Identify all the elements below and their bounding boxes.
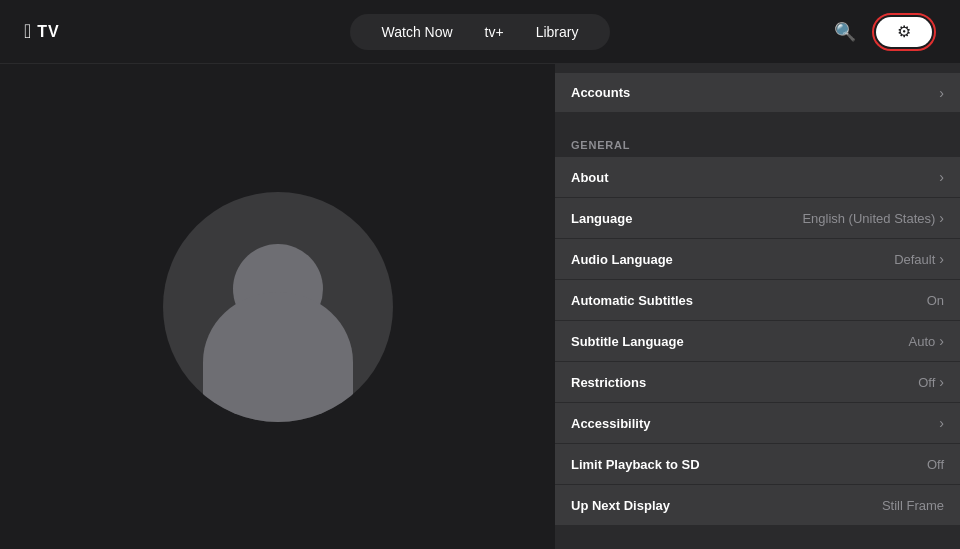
settings-button[interactable]: ⚙	[876, 17, 932, 47]
about-right: ›	[939, 169, 944, 185]
up-next-display-right: Still Frame	[882, 498, 944, 513]
restrictions-right: Off ›	[918, 374, 944, 390]
limit-playback-value: Off	[927, 457, 944, 472]
accounts-chevron-icon: ›	[939, 85, 944, 101]
subtitle-language-right: Auto ›	[909, 333, 944, 349]
settings-item-accessibility[interactable]: Accessibility ›	[555, 403, 960, 444]
language-label: Language	[571, 211, 632, 226]
limit-playback-right: Off	[927, 457, 944, 472]
settings-item-subtitle-language[interactable]: Subtitle Language Auto ›	[555, 321, 960, 362]
settings-panel: Accounts › GENERAL About › Language Engl…	[555, 64, 960, 549]
accounts-right: ›	[939, 85, 944, 101]
subtitle-language-value: Auto	[909, 334, 936, 349]
audio-language-right: Default ›	[894, 251, 944, 267]
restrictions-chevron-icon: ›	[939, 374, 944, 390]
automatic-subtitles-right: On	[927, 293, 944, 308]
search-button[interactable]: 🔍	[830, 17, 860, 47]
avatar-body	[203, 292, 353, 422]
limit-playback-label: Limit Playback to SD	[571, 457, 700, 472]
navbar:  TV Watch Now⁠tv+Library 🔍 ⚙	[0, 0, 960, 64]
settings-item-limit-playback[interactable]: Limit Playback to SD Off	[555, 444, 960, 485]
settings-item-language[interactable]: Language English (United States) ›	[555, 198, 960, 239]
about-chevron-icon: ›	[939, 169, 944, 185]
avatar	[163, 192, 393, 422]
nav-links-container: Watch Now⁠tv+Library	[350, 14, 611, 50]
main-content: Accounts › GENERAL About › Language Engl…	[0, 64, 960, 549]
up-next-display-value: Still Frame	[882, 498, 944, 513]
apple-logo-icon: 	[24, 20, 31, 43]
nav-watch-now[interactable]: Watch Now	[366, 20, 469, 44]
settings-item-about[interactable]: About ›	[555, 157, 960, 198]
nav-library[interactable]: Library	[520, 20, 595, 44]
accessibility-chevron-icon: ›	[939, 415, 944, 431]
subtitle-language-chevron-icon: ›	[939, 333, 944, 349]
accounts-label: Accounts	[571, 85, 630, 100]
accessibility-right: ›	[939, 415, 944, 431]
left-panel	[0, 64, 555, 549]
audio-language-chevron-icon: ›	[939, 251, 944, 267]
section-gap-1	[555, 121, 960, 129]
language-right: English (United States) ›	[802, 210, 944, 226]
gear-icon: ⚙	[897, 22, 911, 41]
restrictions-label: Restrictions	[571, 375, 646, 390]
restrictions-value: Off	[918, 375, 935, 390]
settings-item-automatic-subtitles[interactable]: Automatic Subtitles On	[555, 280, 960, 321]
accessibility-label: Accessibility	[571, 416, 651, 431]
general-section-header: GENERAL	[555, 129, 960, 157]
automatic-subtitles-label: Automatic Subtitles	[571, 293, 693, 308]
apple-tv-logo:  TV	[24, 20, 60, 43]
settings-button-wrapper: ⚙	[872, 13, 936, 51]
settings-item-up-next-display[interactable]: Up Next Display Still Frame	[555, 485, 960, 526]
up-next-display-label: Up Next Display	[571, 498, 670, 513]
nav-right: 🔍 ⚙	[830, 13, 936, 51]
tv-logo-text: TV	[37, 23, 59, 41]
language-value: English (United States)	[802, 211, 935, 226]
settings-item-restrictions[interactable]: Restrictions Off ›	[555, 362, 960, 403]
nav-apple-tv-plus[interactable]: ⁠tv+	[469, 20, 520, 44]
audio-language-value: Default	[894, 252, 935, 267]
language-chevron-icon: ›	[939, 210, 944, 226]
about-label: About	[571, 170, 609, 185]
automatic-subtitles-value: On	[927, 293, 944, 308]
audio-language-label: Audio Language	[571, 252, 673, 267]
settings-item-accounts[interactable]: Accounts ›	[555, 72, 960, 113]
settings-item-audio-language[interactable]: Audio Language Default ›	[555, 239, 960, 280]
subtitle-language-label: Subtitle Language	[571, 334, 684, 349]
